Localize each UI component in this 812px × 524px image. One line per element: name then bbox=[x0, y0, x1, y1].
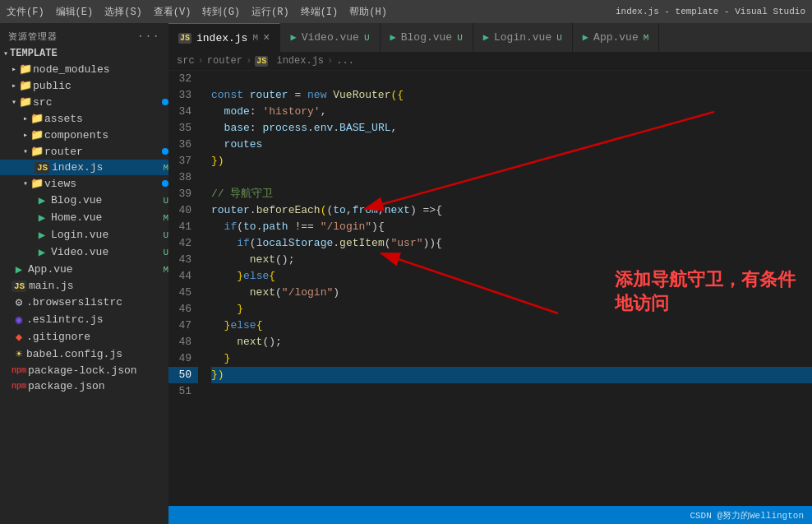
tab-app-vue[interactable]: ▶ App.vue M bbox=[573, 23, 659, 52]
src-label: src bbox=[33, 96, 159, 109]
breadcrumb-ellipsis: ... bbox=[336, 55, 354, 67]
code-line bbox=[211, 71, 812, 87]
menu-help[interactable]: 帮助(H) bbox=[349, 5, 387, 19]
sidebar-item-main-js[interactable]: JS main.js bbox=[0, 278, 168, 294]
modified-dot bbox=[162, 148, 168, 155]
tree-root[interactable]: ▾ TEMPLATE bbox=[0, 46, 168, 61]
public-label: public bbox=[33, 80, 168, 92]
line-number: 40 bbox=[168, 202, 198, 219]
untracked-badge: U bbox=[163, 230, 168, 240]
explorer-label: 资源管理器 bbox=[8, 30, 58, 43]
tab-badge: U bbox=[457, 33, 463, 43]
breadcrumb-router[interactable]: router bbox=[207, 55, 242, 67]
sidebar-item-browserslistrc[interactable]: ⚙ .browserslistrc bbox=[0, 294, 168, 311]
sidebar-item-babel[interactable]: ☀ babel.config.js bbox=[0, 345, 168, 363]
sidebar-item-video-vue[interactable]: ▶ Video.vue U bbox=[0, 243, 168, 261]
vue-icon: ▶ bbox=[35, 228, 49, 242]
menu-bar[interactable]: 文件(F) 编辑(E) 选择(S) 查看(V) 转到(G) 运行(R) 终端(I… bbox=[7, 5, 387, 19]
line-number: 34 bbox=[168, 104, 198, 120]
vue-tab-icon: ▶ bbox=[290, 31, 296, 44]
sidebar-item-login-vue[interactable]: ▶ Login.vue U bbox=[0, 226, 168, 243]
breadcrumb-src[interactable]: src bbox=[177, 55, 195, 67]
sidebar-item-node-modules[interactable]: ▸ 📁 node_modules bbox=[0, 61, 168, 77]
sidebar-item-gitignore[interactable]: ◆ .gitignore bbox=[0, 328, 168, 345]
menu-edit[interactable]: 编辑(E) bbox=[56, 5, 94, 19]
line-number: 44 bbox=[168, 268, 198, 285]
sidebar-more-icon[interactable]: ··· bbox=[137, 30, 160, 43]
main-js-label: main.js bbox=[29, 280, 168, 292]
gitignore-label: .gitignore bbox=[26, 331, 168, 343]
code-line: } bbox=[211, 350, 812, 367]
sidebar-item-public[interactable]: ▸ 📁 public bbox=[0, 77, 168, 94]
video-vue-label: Video.vue bbox=[51, 246, 159, 258]
vue-icon: ▶ bbox=[12, 262, 26, 276]
folder-views-icon: 📁 bbox=[30, 177, 44, 190]
menu-terminal[interactable]: 终端(I) bbox=[301, 5, 339, 19]
main-area: 资源管理器 ··· ▾ TEMPLATE ▸ 📁 node_modules ▸ … bbox=[0, 23, 812, 524]
sidebar-item-package-json[interactable]: npm package.json bbox=[0, 378, 168, 394]
tab-login-vue[interactable]: ▶ Login.vue U bbox=[473, 23, 573, 52]
collapse-icon: ▸ bbox=[23, 114, 28, 123]
sidebar-item-package-lock[interactable]: npm package-lock.json bbox=[0, 363, 168, 378]
tab-blog-vue[interactable]: ▶ Blog.vue U bbox=[381, 23, 473, 52]
sidebar-item-eslintrc[interactable]: ◉ .eslintrc.js bbox=[0, 311, 168, 328]
code-line: routes bbox=[211, 137, 812, 153]
code-content[interactable]: 添加导航守卫，有条件 地访问 const router = new VueRou… bbox=[205, 71, 812, 506]
sidebar-item-assets[interactable]: ▸ 📁 assets bbox=[0, 110, 168, 127]
breadcrumb-sep: › bbox=[327, 55, 333, 67]
menu-select[interactable]: 选择(S) bbox=[104, 5, 142, 19]
browser-icon: ⚙ bbox=[12, 295, 26, 309]
line-number: 42 bbox=[168, 235, 198, 252]
git-icon: ◆ bbox=[12, 330, 26, 344]
tab-index-js[interactable]: JS index.js M × bbox=[168, 23, 280, 52]
line-number: 41 bbox=[168, 219, 198, 235]
line-number: 32 bbox=[168, 71, 198, 87]
sidebar-item-components[interactable]: ▸ 📁 components bbox=[0, 127, 168, 143]
views-label: views bbox=[44, 178, 159, 190]
code-line: router.beforeEach((to,from,next) =>{ bbox=[211, 202, 812, 219]
menu-run[interactable]: 运行(R) bbox=[251, 5, 289, 19]
line-number: 46 bbox=[168, 301, 198, 318]
npm-icon: npm bbox=[12, 382, 26, 391]
untracked-badge: U bbox=[163, 196, 168, 206]
sidebar-header: 资源管理器 ··· bbox=[0, 23, 168, 46]
line-number: 45 bbox=[168, 285, 198, 301]
line-number: 38 bbox=[168, 169, 198, 186]
tab-label: App.vue bbox=[593, 31, 639, 44]
vue-icon: ▶ bbox=[35, 245, 49, 259]
sidebar-item-src[interactable]: ▾ 📁 src bbox=[0, 94, 168, 110]
sidebar-item-app-vue[interactable]: ▶ App.vue M bbox=[0, 261, 168, 278]
tab-video-vue[interactable]: ▶ Video.vue U bbox=[280, 23, 380, 52]
sidebar-item-blog-vue[interactable]: ▶ Blog.vue U bbox=[0, 192, 168, 209]
code-editor[interactable]: 3233343536373839404142434445464748495051 bbox=[168, 71, 812, 506]
line-number: 39 bbox=[168, 186, 198, 202]
sidebar-item-home-vue[interactable]: ▶ Home.vue M bbox=[0, 209, 168, 226]
eslint-icon: ◉ bbox=[12, 313, 26, 327]
babel-label: babel.config.js bbox=[26, 348, 168, 360]
js-crumb-icon: JS bbox=[255, 56, 268, 67]
code-line: next(); bbox=[211, 334, 812, 350]
expand-icon: ▾ bbox=[12, 97, 16, 107]
breadcrumb-sep: › bbox=[246, 55, 251, 67]
tab-close-icon[interactable]: × bbox=[263, 31, 270, 44]
tabs-bar: JS index.js M × ▶ Video.vue U ▶ Blog.vue… bbox=[168, 23, 812, 52]
sidebar-item-views[interactable]: ▾ 📁 views bbox=[0, 175, 168, 192]
vue-tab-icon: ▶ bbox=[583, 31, 588, 44]
vue-icon: ▶ bbox=[35, 193, 49, 207]
line-number: 50 bbox=[168, 367, 198, 383]
code-line: mode: 'history', bbox=[211, 104, 812, 120]
menu-file[interactable]: 文件(F) bbox=[7, 5, 44, 19]
sidebar-item-router[interactable]: ▾ 📁 router bbox=[0, 143, 168, 160]
annotation-text: 添加导航守卫，有条件 地访问 bbox=[615, 268, 796, 315]
breadcrumb: src › router › JS index.js › ... bbox=[168, 52, 812, 71]
menu-goto[interactable]: 转到(G) bbox=[202, 5, 240, 19]
menu-view[interactable]: 查看(V) bbox=[154, 5, 191, 19]
untracked-badge: U bbox=[163, 248, 168, 257]
js-tab-icon: JS bbox=[178, 33, 191, 44]
sidebar-item-index-js[interactable]: JS index.js M bbox=[0, 160, 168, 175]
tab-badge: M bbox=[644, 33, 649, 43]
code-line: }) bbox=[211, 367, 812, 383]
status-bar: CSDN @努力的Wellington bbox=[168, 506, 812, 524]
blog-vue-label: Blog.vue bbox=[51, 194, 159, 206]
modified-dot bbox=[162, 99, 168, 105]
